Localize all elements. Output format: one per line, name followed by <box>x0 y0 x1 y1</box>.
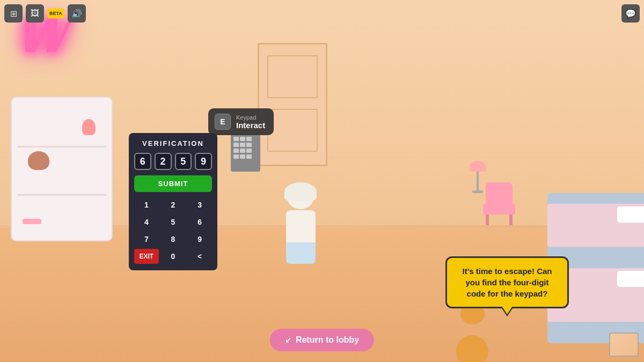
numpad: 1 2 3 4 5 6 7 8 9 EXIT 0 < <box>134 197 212 264</box>
numpad-5[interactable]: 5 <box>161 215 186 230</box>
chat-button[interactable]: 💬 <box>621 4 640 23</box>
tooltip-label: Keypad <box>236 114 265 121</box>
wall-keypad-prop <box>231 134 260 172</box>
numpad-7[interactable]: 7 <box>134 232 159 247</box>
teddy-body <box>456 335 488 362</box>
digit-1: 6 <box>134 153 151 170</box>
dialog-text: It's time to escape! Can you find the fo… <box>457 265 558 299</box>
screenshot-thumbnail <box>609 333 639 357</box>
shelf-divider <box>17 146 106 147</box>
chair-legs <box>483 215 515 225</box>
lamp-pole <box>477 172 479 190</box>
numpad-back[interactable]: < <box>187 249 212 264</box>
digit-3: 5 <box>175 153 192 170</box>
desk-lamp <box>470 161 486 193</box>
numpad-1[interactable]: 1 <box>134 197 159 212</box>
character-hair <box>284 182 317 201</box>
wall-keypad-btn <box>240 137 245 141</box>
tooltip-key-indicator: E <box>215 114 231 130</box>
pink-chair <box>483 182 515 225</box>
door-panel-bottom <box>267 109 318 152</box>
chat-icon: 💬 <box>625 9 636 19</box>
room-door <box>258 43 327 166</box>
wall-keypad-btn <box>246 137 252 141</box>
digit-4: 9 <box>195 153 212 170</box>
wall-keypad-btn <box>240 154 245 159</box>
chair-back <box>486 182 513 204</box>
numpad-6[interactable]: 6 <box>187 215 212 230</box>
teddy-bear-prop <box>451 303 494 351</box>
screenshot-thumb-preview <box>610 334 638 356</box>
lamp-base <box>472 190 483 193</box>
wall-keypad-btn <box>233 154 239 159</box>
chair-leg <box>509 215 513 225</box>
door-panel-top <box>267 55 318 98</box>
npc-dialog-box: It's time to escape! Can you find the fo… <box>445 256 569 308</box>
numpad-0[interactable]: 0 <box>161 249 186 264</box>
keypad-interact-tooltip: E Keypad Interact <box>208 108 274 135</box>
chair-seat <box>483 204 515 215</box>
bunk-pillow-bottom <box>617 271 644 287</box>
twice-logo: 𝕎 <box>16 16 64 59</box>
numpad-2[interactable]: 2 <box>161 197 186 212</box>
wall-keypad-btn <box>246 154 252 159</box>
top-toolbar: ⊞ 🖼 BETA 🔊 <box>4 4 86 23</box>
wall-keypad-btn <box>240 143 245 147</box>
shelf-item-cone <box>82 119 96 135</box>
shelf-divider <box>17 194 106 196</box>
sound-icon: 🔊 <box>71 9 82 19</box>
lamp-shade <box>470 161 486 172</box>
character-head <box>287 185 314 209</box>
verification-digits: 6 2 5 9 <box>134 153 212 170</box>
character-legs <box>286 242 316 264</box>
wall-keypad-btn <box>240 149 245 153</box>
return-label: Return to lobby <box>296 335 359 345</box>
shelf-item-pink <box>23 219 41 224</box>
bunk-pillow-top <box>617 206 644 223</box>
numpad-8[interactable]: 8 <box>161 232 186 247</box>
menu-button[interactable]: ⊞ <box>4 4 23 23</box>
wall-keypad-btn <box>246 149 252 153</box>
screenshot-button[interactable]: 🖼 <box>26 4 44 23</box>
verification-panel: VERIFICATION 6 2 5 9 SUBMIT 1 2 3 4 5 6 … <box>129 133 217 270</box>
return-icon: ↙ <box>285 336 291 344</box>
menu-icon: ⊞ <box>10 9 17 19</box>
wall-keypad-btn <box>233 149 239 153</box>
tooltip-content: Keypad Interact <box>236 114 265 130</box>
submit-button[interactable]: SUBMIT <box>134 175 212 192</box>
numpad-4[interactable]: 4 <box>134 215 159 230</box>
player-character <box>279 185 322 265</box>
chair-leg <box>486 215 489 225</box>
exit-button[interactable]: EXIT <box>134 249 159 264</box>
wall-keypad-btn <box>233 137 239 141</box>
digit-2: 2 <box>155 153 172 170</box>
wall-keypad-btn <box>233 143 239 147</box>
wall-keypad-btn <box>246 143 252 147</box>
verification-title: VERIFICATION <box>134 139 212 147</box>
beta-badge: BETA <box>47 9 64 18</box>
return-to-lobby-button[interactable]: ↙ Return to lobby <box>270 329 374 351</box>
screenshot-icon: 🖼 <box>31 9 39 18</box>
sound-button[interactable]: 🔊 <box>68 4 86 23</box>
decorative-shelf <box>11 97 113 241</box>
numpad-9[interactable]: 9 <box>187 232 212 247</box>
character-body <box>286 210 316 242</box>
shelf-item-bear <box>28 151 49 170</box>
dialog-tail-fill <box>502 306 513 314</box>
tooltip-action: Interact <box>236 121 265 130</box>
numpad-3[interactable]: 3 <box>187 197 212 212</box>
